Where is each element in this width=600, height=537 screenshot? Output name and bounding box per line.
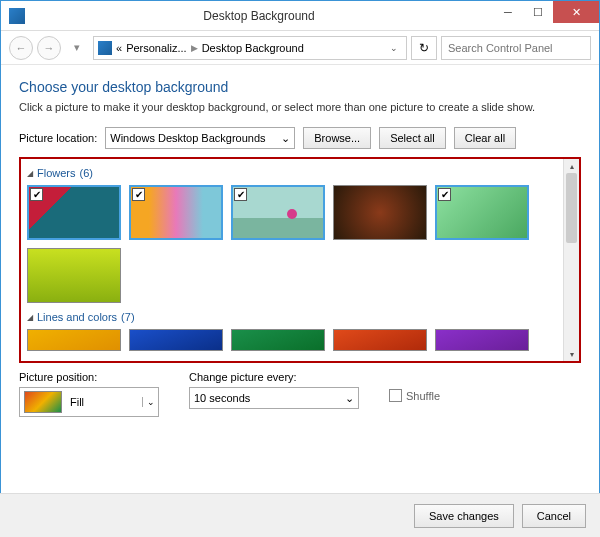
gallery-pane: ◢ Flowers (6) ✔ ✔ ✔ ✔ ◢ Lines and colors…: [19, 157, 581, 363]
picture-location-select[interactable]: Windows Desktop Backgrounds ⌄: [105, 127, 295, 149]
position-preview: [24, 391, 62, 413]
triangle-down-icon: ◢: [27, 169, 33, 178]
breadcrumb-item-a[interactable]: Personaliz...: [126, 42, 187, 54]
category-lines-name: Lines and colors: [37, 311, 117, 323]
cancel-button[interactable]: Cancel: [522, 504, 586, 528]
forward-button[interactable]: →: [37, 36, 61, 60]
chevron-right-icon: ▶: [191, 43, 198, 53]
chevron-down-icon: ⌄: [345, 392, 354, 405]
wallpaper-thumb[interactable]: [333, 329, 427, 351]
checkbox-icon[interactable]: ✔: [132, 188, 145, 201]
clear-all-button[interactable]: Clear all: [454, 127, 516, 149]
change-every-select[interactable]: 10 seconds ⌄: [189, 387, 359, 409]
shuffle-checkbox[interactable]: Shuffle: [389, 389, 440, 402]
triangle-down-icon: ◢: [27, 313, 33, 322]
back-button[interactable]: ←: [9, 36, 33, 60]
select-all-button[interactable]: Select all: [379, 127, 446, 149]
minimize-button[interactable]: ─: [493, 1, 523, 23]
wallpaper-thumb[interactable]: ✔: [27, 185, 121, 240]
save-changes-button[interactable]: Save changes: [414, 504, 514, 528]
titlebar: Desktop Background ─ ☐ ✕: [1, 1, 599, 31]
picture-location-label: Picture location:: [19, 132, 97, 144]
scrollbar[interactable]: ▴ ▾: [563, 159, 579, 361]
change-every-value: 10 seconds: [194, 392, 250, 404]
navbar: ← → ▾ « Personaliz... ▶ Desktop Backgrou…: [1, 31, 599, 65]
wallpaper-thumb[interactable]: [27, 248, 121, 303]
page-subheading: Click a picture to make it your desktop …: [19, 101, 581, 113]
action-bar: Save changes Cancel: [0, 493, 600, 537]
breadcrumb-dropdown[interactable]: ⌄: [386, 43, 402, 53]
scroll-up-icon[interactable]: ▴: [564, 159, 579, 173]
breadcrumb-prefix: «: [116, 42, 122, 54]
wallpaper-thumb[interactable]: ✔: [435, 185, 529, 240]
breadcrumb[interactable]: « Personaliz... ▶ Desktop Background ⌄: [93, 36, 407, 60]
picture-position-select[interactable]: Fill ⌄: [19, 387, 159, 417]
category-lines-count: (7): [121, 311, 134, 323]
category-lines[interactable]: ◢ Lines and colors (7): [27, 311, 573, 323]
wallpaper-thumb[interactable]: [333, 185, 427, 240]
scroll-down-icon[interactable]: ▾: [564, 347, 579, 361]
scroll-thumb[interactable]: [566, 173, 577, 243]
wallpaper-thumb[interactable]: ✔: [129, 185, 223, 240]
picture-location-value: Windows Desktop Backgrounds: [110, 132, 265, 144]
picture-position-value: Fill: [66, 396, 142, 408]
shuffle-label: Shuffle: [406, 390, 440, 402]
chevron-down-icon: ⌄: [281, 132, 290, 145]
maximize-button[interactable]: ☐: [523, 1, 553, 23]
category-flowers[interactable]: ◢ Flowers (6): [27, 167, 573, 179]
location-icon: [98, 41, 112, 55]
checkbox-icon[interactable]: ✔: [30, 188, 43, 201]
checkbox-icon[interactable]: ✔: [234, 188, 247, 201]
wallpaper-thumb[interactable]: [435, 329, 529, 351]
wallpaper-thumb[interactable]: ✔: [231, 185, 325, 240]
checkbox-empty-icon: [389, 389, 402, 402]
category-flowers-count: (6): [80, 167, 93, 179]
page-heading: Choose your desktop background: [19, 79, 581, 95]
change-every-label: Change picture every:: [189, 371, 359, 383]
chevron-down-icon: ⌄: [142, 397, 158, 407]
close-button[interactable]: ✕: [553, 1, 599, 23]
wallpaper-thumb[interactable]: [129, 329, 223, 351]
search-input[interactable]: [441, 36, 591, 60]
wallpaper-thumb[interactable]: [231, 329, 325, 351]
window-title: Desktop Background: [25, 9, 493, 23]
checkbox-icon[interactable]: ✔: [438, 188, 451, 201]
wallpaper-thumb[interactable]: [27, 329, 121, 351]
category-flowers-name: Flowers: [37, 167, 76, 179]
up-button[interactable]: ▾: [65, 36, 89, 60]
app-icon: [9, 8, 25, 24]
refresh-button[interactable]: ↻: [411, 36, 437, 60]
breadcrumb-item-b[interactable]: Desktop Background: [202, 42, 304, 54]
picture-position-label: Picture position:: [19, 371, 159, 383]
browse-button[interactable]: Browse...: [303, 127, 371, 149]
